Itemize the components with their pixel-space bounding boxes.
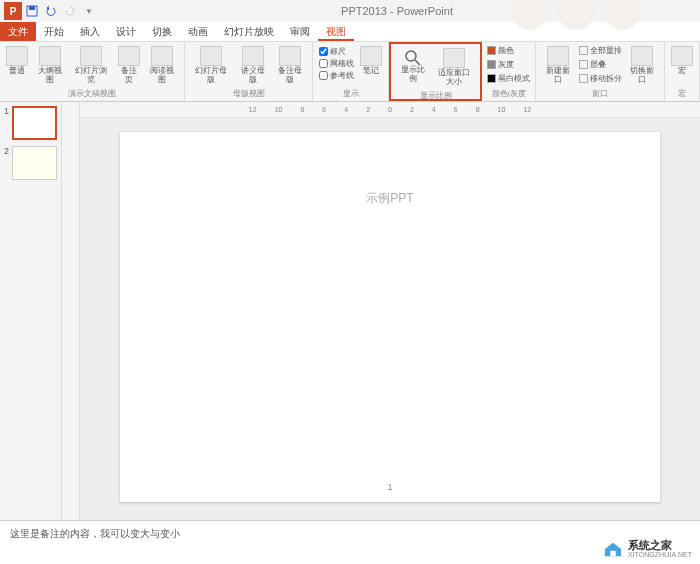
thumbnail-1-preview [12,106,57,140]
slide-thumbnails-panel[interactable]: 1 2 [0,102,62,520]
group-macros: 宏 宏 [665,42,700,101]
cascade-icon [579,60,588,69]
notes-text[interactable]: 这里是备注的内容，我可以变大与变小 [10,528,180,539]
normal-view-button[interactable]: 普通 [4,44,30,78]
house-icon [602,540,624,558]
handout-master-icon [242,46,264,66]
watermark: 系统之家 XITONGZHIJIA.NET [602,540,692,558]
arrange-all-button[interactable]: 全部重排 [578,44,623,57]
undo-icon [45,5,57,17]
macros-button[interactable]: 宏 [669,44,695,78]
redo-button[interactable] [61,2,79,20]
group-label-pres-views: 演示文稿视图 [4,87,180,99]
handout-master-button[interactable]: 讲义母版 [235,44,271,87]
ribbon: 普通 大纲视图 幻灯片浏览 备注页 阅读视图 演示文稿视图 幻灯片母版 讲义母版… [0,42,700,102]
color-swatch-icon [487,46,496,55]
bw-swatch-icon [487,74,496,83]
fit-window-icon [443,48,465,68]
switch-window-button[interactable]: 切换窗口 [625,44,660,87]
group-label-window: 窗口 [540,87,660,99]
group-label-master-views: 母版视图 [189,87,308,99]
slide-canvas[interactable]: 示例PPT 1 [80,118,700,520]
tab-review[interactable]: 审阅 [282,22,318,41]
switch-window-icon [631,46,653,66]
gridlines-checkbox[interactable]: 网格线 [319,58,354,69]
slide-master-button[interactable]: 幻灯片母版 [189,44,233,87]
notes-button[interactable]: 笔记 [358,44,384,78]
group-label-show: 显示 [317,87,384,99]
app-icon[interactable]: P [4,2,22,20]
new-window-icon [547,46,569,66]
redo-icon [64,5,76,17]
group-color-grayscale: 颜色 灰度 黑白模式 颜色/灰度 [482,42,536,101]
tab-slideshow[interactable]: 幻灯片放映 [216,22,282,41]
move-split-button[interactable]: 移动拆分 [578,72,623,85]
reading-view-button[interactable]: 阅读视图 [145,44,181,87]
tab-transition[interactable]: 切换 [144,22,180,41]
slide-sorter-button[interactable]: 幻灯片浏览 [69,44,113,87]
guides-checkbox[interactable]: 参考线 [319,70,354,81]
tab-view[interactable]: 视图 [318,22,354,41]
group-window: 新建窗口 全部重排 层叠 移动拆分 切换窗口 窗口 [536,42,665,101]
slide-master-icon [200,46,222,66]
thumbnail-1[interactable]: 1 [4,106,57,140]
slide-page-number: 1 [387,482,392,492]
outline-view-button[interactable]: 大纲视图 [32,44,68,87]
svg-rect-1 [29,6,35,10]
group-show: 标尺 网格线 参考线 笔记 显示 [313,42,389,101]
slide[interactable]: 示例PPT 1 [120,132,660,502]
fit-window-button[interactable]: 适应窗口大小 [433,46,477,89]
grayscale-button[interactable]: 灰度 [486,58,531,71]
blackwhite-button[interactable]: 黑白模式 [486,72,531,85]
zoom-button[interactable]: 显示比例 [395,46,431,86]
vertical-ruler[interactable] [62,102,80,520]
notes-page-icon [118,46,140,66]
color-button[interactable]: 颜色 [486,44,531,57]
macros-icon [671,46,693,66]
save-button[interactable] [23,2,41,20]
normal-view-icon [6,46,28,66]
slide-sorter-icon [80,46,102,66]
thumbnail-2-preview [12,146,57,180]
notes-master-icon [279,46,301,66]
svg-point-2 [406,51,416,61]
tab-animation[interactable]: 动画 [180,22,216,41]
notes-master-button[interactable]: 备注母版 [272,44,308,87]
ruler-checkbox[interactable]: 标尺 [319,46,354,57]
tab-start[interactable]: 开始 [36,22,72,41]
decorative-circles [512,0,640,30]
quick-access-toolbar: P ▼ [4,2,98,20]
svg-rect-4 [610,551,615,556]
split-icon [579,74,588,83]
tab-insert[interactable]: 插入 [72,22,108,41]
arrange-icon [579,46,588,55]
save-icon [26,5,38,17]
group-label-color: 颜色/灰度 [486,87,531,99]
group-master-views: 幻灯片母版 讲义母版 备注母版 母版视图 [185,42,313,101]
horizontal-ruler[interactable]: 12108642024681012 [80,102,700,118]
group-presentation-views: 普通 大纲视图 幻灯片浏览 备注页 阅读视图 演示文稿视图 [0,42,185,101]
workspace: 1 2 12108642024681012 示例PPT 1 [0,102,700,520]
thumbnail-2[interactable]: 2 [4,146,57,180]
reading-view-icon [151,46,173,66]
outline-view-icon [39,46,61,66]
tab-file[interactable]: 文件 [0,22,36,41]
new-window-button[interactable]: 新建窗口 [540,44,575,87]
slide-title-text[interactable]: 示例PPT [366,190,413,207]
qat-dropdown[interactable]: ▼ [80,2,98,20]
cascade-button[interactable]: 层叠 [578,58,623,71]
notes-pane[interactable]: 这里是备注的内容，我可以变大与变小 [0,520,700,548]
magnifier-icon [403,48,423,66]
gray-swatch-icon [487,60,496,69]
tab-design[interactable]: 设计 [108,22,144,41]
group-label-macros: 宏 [669,87,695,99]
watermark-en: XITONGZHIJIA.NET [628,551,692,558]
edit-area: 12108642024681012 示例PPT 1 [62,102,700,520]
group-label-zoom: 显示比例 [395,89,476,101]
undo-button[interactable] [42,2,60,20]
watermark-cn: 系统之家 [628,540,692,551]
group-zoom: 显示比例 适应窗口大小 显示比例 [389,42,482,101]
notes-icon [360,46,382,66]
notes-page-button[interactable]: 备注页 [115,44,143,87]
